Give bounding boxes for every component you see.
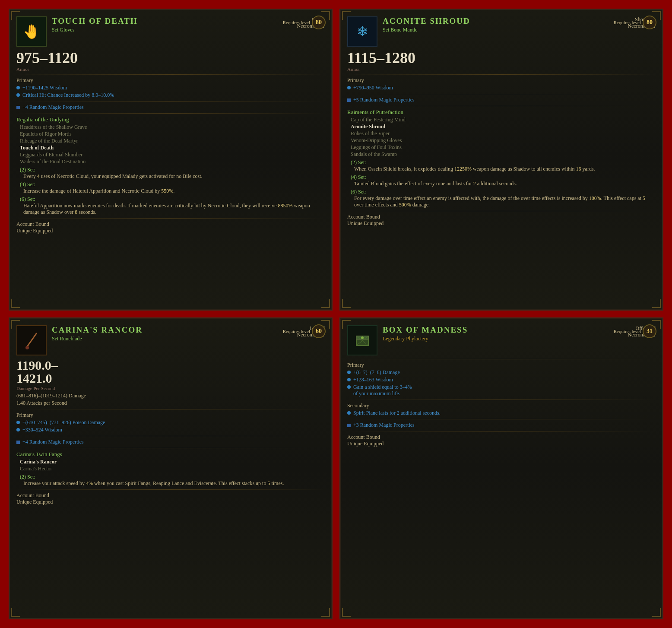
- divider-3b: [16, 436, 325, 436]
- divider-1d: [16, 218, 325, 219]
- set-item-2-2: Robes of the Viper: [351, 130, 656, 137]
- set-item-1-5: Waders of the Final Destination: [20, 159, 325, 165]
- set-bonus-title-1-6: (6) Set:: [20, 196, 325, 203]
- set-bonus-1-4: (4) Set: Increase the damage of Hateful …: [20, 181, 325, 194]
- item-type-4: Legendary Phylactery: [383, 336, 622, 342]
- req-label-3: Requires level: [283, 329, 310, 334]
- account-bound-4: Account Bound: [347, 434, 656, 441]
- divider-2b: [347, 94, 656, 94]
- primary-label-1: Primary: [16, 77, 325, 84]
- item-damage-1: 975–1120: [16, 50, 325, 66]
- set-item-1-0: Headdress of the Shallow Grave: [20, 124, 325, 130]
- item-title-area-2: Aconite Shroud Set Bone Mantle: [383, 16, 622, 33]
- prop-1-0: +1190–1425 Wisdom: [16, 85, 325, 91]
- req-label-1: Requires level: [283, 20, 310, 25]
- dps-label-3: Damage Per Second: [16, 386, 325, 391]
- sec-text-4-0: Spirit Plane lasts for 2 additional seco…: [353, 410, 441, 416]
- unique-equipped-3: Unique Equipped: [16, 499, 325, 505]
- set-bonus-title-1-4: (4) Set:: [20, 181, 325, 188]
- prop-bullet-3-0: [16, 421, 20, 424]
- set-bonus-3-2: (2) Set: Increase your attack speed by 4…: [20, 474, 325, 487]
- prop-bullet-1-1: [16, 93, 20, 97]
- rp-text-2: +5 Random Magic Properties: [353, 97, 415, 103]
- prop-bullet-2-0: [347, 86, 351, 89]
- account-bound-3: Account Bound: [16, 492, 325, 499]
- set-name-1: Regalia of the Undying: [16, 116, 325, 123]
- item-name-1: Touch of Death: [52, 16, 292, 26]
- item-icon-1: 🤚: [16, 16, 47, 47]
- set-bonus-text-3-2: Increase your attack speed by 4% when yo…: [23, 480, 325, 487]
- item-header-3: Carina's Rancor Set Runeblade 1-Hand Nec…: [16, 325, 325, 355]
- divider-1b: [16, 101, 325, 101]
- primary-label-4: Primary: [347, 362, 656, 368]
- svg-point-5: [361, 336, 364, 339]
- set-name-3: Carina's Twin Fangs: [16, 451, 325, 458]
- unique-equipped-2: Unique Equipped: [347, 220, 656, 227]
- set-name-2: Raiments of Putrefaction: [347, 109, 656, 116]
- item-type-3: Set Runeblade: [52, 336, 292, 342]
- prop-bullet-4-2: [347, 385, 351, 389]
- item-header-4: Box of Madness Legendary Phylactery Off-…: [347, 325, 656, 355]
- req-label-4: Requires level: [614, 329, 641, 334]
- req-level-4: 31: [643, 324, 656, 338]
- set-bonus-title-2-6: (6) Set:: [351, 189, 656, 195]
- damage-sub-3: (681–816)–(1019–1214) Damage: [16, 393, 325, 399]
- random-props-1: +4 Random Magic Properties: [16, 104, 325, 111]
- set-bonus-2-2: (2) Set: When Ossein Shield breaks, it e…: [351, 159, 656, 172]
- prop-3-1: +330–524 Wisdom: [16, 427, 325, 433]
- unique-equipped-4: Unique Equipped: [347, 441, 656, 447]
- card-aconite-shroud: Requires level 80 ❄ Aconite Shroud Set B…: [339, 9, 663, 311]
- set-item-1-2: Ribcage of the Dead Martyr: [20, 138, 325, 144]
- set-bonus-1-6: (6) Set: Hateful Apparition now marks en…: [20, 196, 325, 216]
- divider-3c: [16, 448, 325, 448]
- divider-1a: [16, 74, 325, 75]
- prop-text-4-1: +128–163 Wisdom: [353, 377, 393, 383]
- account-bound-1: Account Bound: [16, 221, 325, 228]
- item-name-2: Aconite Shroud: [383, 16, 622, 26]
- armor-label-1: Armor: [16, 67, 325, 72]
- req-badge-3: Requires level 60: [283, 324, 326, 338]
- req-badge-4: Requires level 31: [614, 324, 656, 338]
- req-label-2: Requires level: [614, 20, 641, 25]
- rp-bullet-3: [16, 441, 20, 444]
- set-item-2-1: Aconite Shroud: [351, 124, 656, 130]
- set-bonus-text-1-6: Hateful Apparition now marks enemies for…: [23, 203, 325, 216]
- item-type-2: Set Bone Mantle: [383, 27, 622, 33]
- prop-bullet-4-0: [347, 371, 351, 374]
- set-bonus-2-4: (4) Set: Tainted Blood gains the effect …: [351, 174, 656, 187]
- set-item-3-0: Carina's Rancor: [20, 459, 325, 465]
- item-icon-2: ❄: [347, 16, 377, 47]
- prop-4-2: Gain a shield equal to 3–4%of your maxim…: [347, 384, 656, 397]
- prop-1-1: Critical Hit Chance Increased by 8.0–10.…: [16, 92, 325, 98]
- divider-4b: [347, 400, 656, 400]
- rp-text-4: +3 Random Magic Properties: [353, 422, 415, 428]
- prop-text-1-1: Critical Hit Chance Increased by 8.0–10.…: [22, 92, 114, 98]
- prop-bullet-3-1: [16, 428, 20, 431]
- divider-4d: [347, 431, 656, 431]
- set-bonus-title-1-2: (2) Set:: [20, 167, 325, 173]
- svg-line-0: [26, 333, 37, 348]
- card-carinas-rancor: Requires level 60 Carina's Rancor Set Ru…: [9, 317, 333, 619]
- prop-bullet-4-1: [347, 378, 351, 381]
- set-item-1-3: Touch of Death: [20, 145, 325, 151]
- set-bonus-title-2-2: (2) Set:: [351, 159, 656, 166]
- set-bonus-text-1-2: Every 4 uses of Necrotic Cloud, your equ…: [23, 173, 325, 180]
- sec-bullet-4-0: [347, 411, 351, 415]
- secondary-label-4: Secondary: [347, 403, 656, 409]
- item-damage-2: 1115–1280: [347, 50, 656, 66]
- card-touch-of-death: Requires level 80 🤚 Touch of Death Set G…: [9, 9, 333, 311]
- prop-text-4-2: Gain a shield equal to 3–4%of your maxim…: [353, 384, 412, 397]
- set-bonus-1-2: (2) Set: Every 4 uses of Necrotic Cloud,…: [20, 167, 325, 180]
- set-item-2-3: Venom-Dripping Gloves: [351, 137, 656, 144]
- rp-bullet-2: [347, 98, 351, 102]
- item-icon-4: [347, 325, 377, 355]
- divider-4c: [347, 419, 656, 419]
- primary-label-2: Primary: [347, 77, 656, 84]
- req-badge-2: Requires level 80: [614, 16, 656, 29]
- rp-text-1: +4 Random Magic Properties: [22, 104, 84, 111]
- item-header-1: 🤚 Touch of Death Set Gloves Hands Necrom…: [16, 16, 325, 47]
- rp-bullet-4: [347, 424, 351, 427]
- divider-3a: [16, 409, 325, 409]
- prop-3-0: +(610–745)–(731–926) Poison Damage: [16, 419, 325, 426]
- primary-label-3: Primary: [16, 412, 325, 419]
